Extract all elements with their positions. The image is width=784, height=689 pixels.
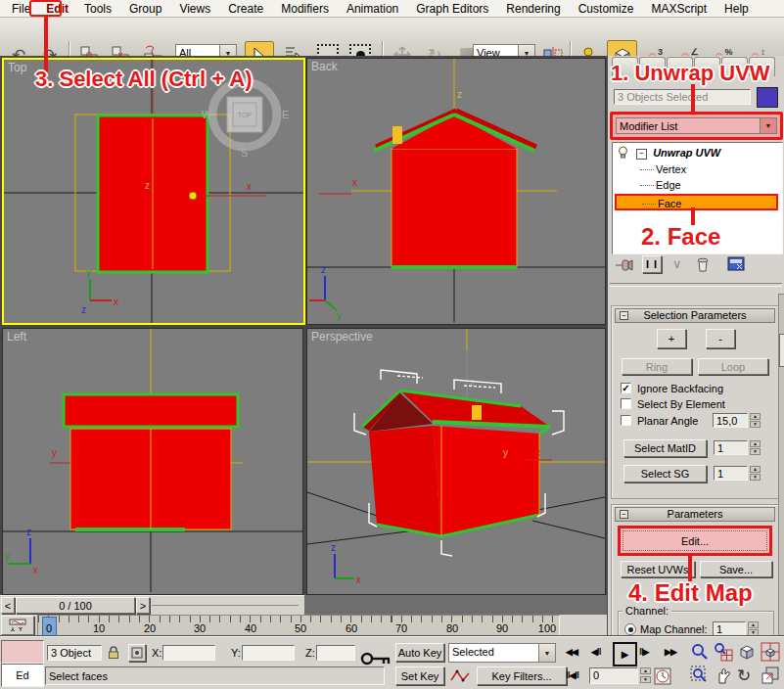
min-max-toggle-icon[interactable] [761,666,780,685]
time-slider-track[interactable] [152,605,299,606]
arc-rotate-icon[interactable]: ↻ [737,666,751,686]
time-slider-next-button[interactable]: > [136,597,150,614]
menu-maxscript[interactable]: MAXScript [642,1,715,17]
save-uvws-button[interactable]: Save... [700,561,772,577]
zoom-extents-all-icon[interactable] [761,642,780,662]
loop-button[interactable]: Loop [698,358,768,375]
mini-listener-tab[interactable]: Ed [1,664,44,687]
planar-angle-field[interactable]: 15,0 [713,413,748,428]
parameters-title[interactable]: − Parameters [615,507,775,522]
menu-views[interactable]: Views [170,1,219,17]
matid-field[interactable]: 1 [714,440,748,455]
zoom-all-icon[interactable] [714,642,733,662]
viewport-top[interactable]: x z TOP W E S y x z Top [2,58,305,325]
menu-rendering[interactable]: Rendering [497,1,569,17]
z-coord-field[interactable] [316,645,355,661]
mini-listener-macro-line[interactable] [1,640,44,664]
stack-row-unwrap-uvw[interactable]: − Unwrap UVW [613,145,782,161]
time-slider-prev-button[interactable]: < [1,597,15,614]
sg-spin-up[interactable]: ▲ [750,466,761,473]
object-color-swatch[interactable] [757,87,778,108]
region-zoom-icon[interactable] [690,666,710,685]
matid-spin-down[interactable]: ▼ [750,448,761,455]
reset-uvws-button[interactable]: Reset UVWs [621,561,695,577]
zoom-icon[interactable] [690,642,710,662]
current-frame-field[interactable]: 0 [589,667,638,684]
planar-angle-spin-up[interactable]: ▲ [750,413,761,420]
menu-animation[interactable]: Animation [338,1,407,17]
menu-help[interactable]: Help [715,1,758,17]
map-channel-radio[interactable] [624,623,636,635]
menu-customize[interactable]: Customize [570,1,643,17]
next-frame-icon[interactable]: ‖▶ [639,647,648,657]
map-channel-field[interactable]: 1 [713,621,746,636]
modifier-list-dropdown[interactable]: Modifier List ▼ [616,117,777,134]
show-end-result-icon[interactable]: I I [642,255,662,273]
previous-frame-icon[interactable]: ◀‖ [591,647,600,657]
zoom-extents-icon[interactable] [737,642,757,662]
sg-field[interactable]: 1 [714,466,748,481]
time-slider-handle[interactable]: 0 / 100 [16,597,135,614]
default-in-out-tangents-icon[interactable] [449,667,471,684]
set-key-button[interactable]: Set Key [395,666,444,685]
select-sg-button[interactable]: Select SG [623,465,707,482]
ring-button[interactable]: Ring [622,358,692,375]
viewport-left[interactable]: y z y x Left [2,328,303,595]
sg-spin-down[interactable]: ▼ [750,474,761,481]
planar-angle-spin-down[interactable]: ▼ [750,421,761,428]
track-bar[interactable]: 0 10 20 30 40 50 60 70 80 90 100 [0,615,607,636]
menu-tools[interactable]: Tools [75,1,120,17]
remove-modifier-icon[interactable] [696,256,710,272]
go-to-end-icon[interactable]: ▶▶ [665,647,676,657]
viewport-back[interactable]: x z z y Back [306,58,606,325]
frame-spin-down[interactable]: ▼ [640,676,651,683]
grow-selection-button[interactable]: + [657,329,686,348]
select-matid-button[interactable]: Select MatID [623,439,707,457]
open-mini-curve-editor-button[interactable] [1,616,34,635]
pin-stack-icon[interactable] [615,257,634,273]
make-unique-icon[interactable]: ∨ [672,256,682,271]
dropdown-arrow-icon[interactable]: ▼ [760,118,776,133]
configure-modifier-sets-icon[interactable] [727,256,745,271]
object-name-field[interactable]: 3 Objects Selected [614,89,751,105]
collapse-icon[interactable]: − [636,149,647,160]
track-bar-ruler[interactable]: 0 10 20 30 40 50 60 70 80 90 100 [37,615,560,636]
key-mode-toggle-icon[interactable]: ‖◀‖ [566,670,578,680]
go-to-start-icon[interactable]: ◀◀ [566,647,577,657]
planar-angle-checkbox[interactable] [621,415,631,426]
set-keys-key-icon[interactable] [360,649,392,668]
key-mode-dropdown[interactable]: Selected ▼ [448,643,556,663]
x-coord-field[interactable] [162,645,215,661]
menu-group[interactable]: Group [120,1,170,17]
stack-row-edge[interactable]: Edge [613,177,784,193]
y-coord-field[interactable] [242,645,295,661]
key-filters-button[interactable]: Key Filters... [477,666,567,685]
map-channel-spin-up[interactable]: ▲ [748,621,759,628]
menu-create[interactable]: Create [219,1,272,17]
edit-uvws-button[interactable]: Edit... [623,530,767,551]
stack-row-vertex[interactable]: Vertex [613,161,784,177]
play-animation-icon[interactable]: ▶ [613,642,637,666]
pan-view-icon[interactable] [714,666,733,685]
panel-scrollbar[interactable] [778,294,784,636]
rollout-collapse-icon[interactable]: − [620,311,628,320]
rollout-collapse-icon[interactable]: − [620,510,628,519]
viewport-perspective[interactable]: z [306,328,606,595]
lightbulb-icon[interactable] [617,146,629,160]
selection-lock-icon[interactable] [107,645,120,660]
ignore-backfacing-checkbox[interactable]: ✓ [621,383,631,393]
absolute-offset-toggle-icon[interactable] [128,644,146,662]
auto-key-button[interactable]: Auto Key [395,643,444,662]
select-by-element-checkbox[interactable] [621,398,631,409]
scrollbar-thumb[interactable] [779,334,784,367]
time-configuration-icon[interactable] [654,667,671,685]
stack-row-face-selected[interactable]: Face [615,194,778,210]
menu-graph-editors[interactable]: Graph Editors [407,1,497,17]
map-channel-spin-down[interactable]: ▼ [748,629,759,636]
menu-modifiers[interactable]: Modifiers [272,1,338,17]
selection-parameters-title[interactable]: − Selection Parameters [615,308,775,323]
matid-spin-up[interactable]: ▲ [750,440,761,447]
dropdown-arrow-icon[interactable]: ▼ [538,644,555,662]
frame-spin-up[interactable]: ▲ [640,667,651,674]
shrink-selection-button[interactable]: - [706,329,735,348]
